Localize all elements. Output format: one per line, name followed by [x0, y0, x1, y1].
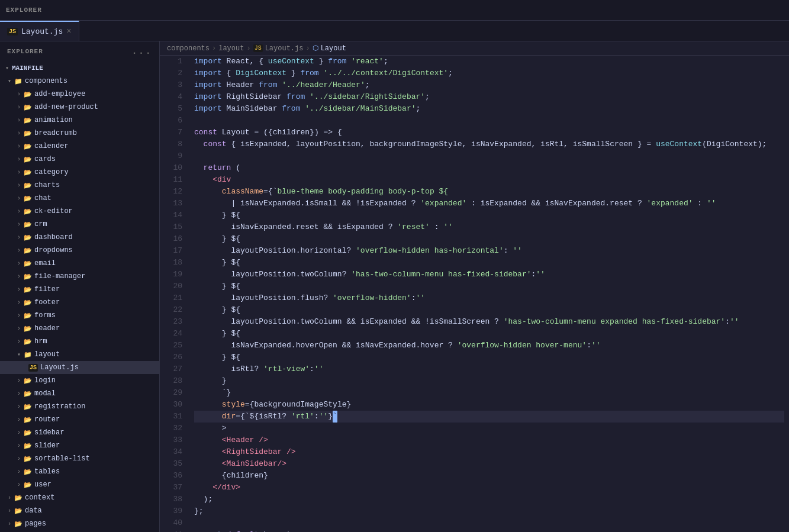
sidebar-item-components[interactable]: ▾ 📁 components	[0, 75, 159, 88]
item-label: crm	[34, 220, 47, 228]
line-number: 6	[167, 115, 182, 127]
sidebar-item-context[interactable]: › 📂 context	[0, 491, 159, 504]
line-number: 33	[167, 434, 182, 446]
sidebar-item-registration[interactable]: › 📂 registration	[0, 400, 159, 413]
editor-area[interactable]: 1234567891011121314151617181920212223242…	[160, 56, 789, 532]
tab-close-icon[interactable]: ×	[66, 27, 71, 36]
item-label: user	[34, 481, 51, 489]
sidebar-item-forms[interactable]: › 📂 forms	[0, 309, 159, 322]
folder-icon: 📂	[24, 260, 32, 267]
sidebar-item-file-manager[interactable]: › 📂 file-manager	[0, 270, 159, 283]
sidebar-item-charts[interactable]: › 📂 charts	[0, 179, 159, 192]
folder-icon: 📁	[24, 351, 32, 359]
sidebar-item-slider[interactable]: › 📂 slider	[0, 439, 159, 452]
line-number: 29	[167, 387, 182, 399]
item-label: sidebar	[34, 428, 64, 437]
folder-icon: 📂	[24, 325, 32, 333]
folder-icon: 📂	[24, 403, 32, 411]
sidebar-item-animation[interactable]: › 📂 animation	[0, 114, 159, 127]
sidebar-item-layout-js[interactable]: JS Layout.js	[0, 361, 159, 374]
folder-icon: 📂	[24, 104, 32, 111]
sidebar-item-ck-editor[interactable]: › 📂 ck-editor	[0, 205, 159, 218]
tab-js-icon: JS	[7, 28, 18, 36]
line-number: 39	[167, 505, 182, 517]
sidebar-item-dropdowns[interactable]: › 📂 dropdowns	[0, 244, 159, 257]
sidebar-item-footer[interactable]: › 📂 footer	[0, 296, 159, 309]
code-line	[194, 150, 784, 162]
sidebar-item-header[interactable]: › 📂 header	[0, 322, 159, 335]
title-bar: EXPLORER	[0, 0, 789, 21]
item-label: pages	[25, 520, 46, 528]
item-label: file-manager	[34, 272, 85, 280]
code-line: </div>	[194, 482, 784, 494]
sidebar-item-email[interactable]: › 📂 email	[0, 257, 159, 270]
item-label: dropdowns	[34, 246, 73, 254]
breadcrumb-layout-js: Layout.js	[265, 44, 304, 53]
sidebar-item-dashboard[interactable]: › 📂 dashboard	[0, 231, 159, 244]
sidebar-item-user[interactable]: › 📂 user	[0, 478, 159, 491]
code-line: import MainSidebar from '../sidebar/Main…	[194, 103, 784, 115]
sidebar-item-crm[interactable]: › 📂 crm	[0, 218, 159, 231]
sidebar-item-chat[interactable]: › 📂 chat	[0, 192, 159, 205]
sidebar-item-add-new-product[interactable]: › 📂 add-new-product	[0, 101, 159, 114]
line-number: 28	[167, 375, 182, 387]
sidebar-item-tables[interactable]: › 📂 tables	[0, 465, 159, 478]
line-number: 21	[167, 292, 182, 304]
line-number: 4	[167, 91, 182, 103]
line-number: 37	[167, 482, 182, 494]
sidebar-item-category[interactable]: › 📂 category	[0, 166, 159, 179]
folder-icon: 📂	[24, 91, 32, 98]
sidebar-item-layout[interactable]: ▾ 📁 layout	[0, 348, 159, 361]
code-line: export default Layout;	[194, 529, 784, 532]
folder-icon: 📂	[24, 143, 32, 150]
sidebar-item-breadcrumb[interactable]: › 📂 breadcrumb	[0, 127, 159, 140]
sidebar-item-sortable-list[interactable]: › 📂 sortable-list	[0, 452, 159, 465]
line-number: 36	[167, 470, 182, 482]
sidebar-item-hrm[interactable]: › 📂 hrm	[0, 335, 159, 348]
sidebar-item-pages[interactable]: › 📂 pages	[0, 517, 159, 530]
breadcrumb: components › layout › JS Layout.js › ⬡ L…	[160, 41, 789, 56]
mainfile-label[interactable]: ▾ MAINFILE	[0, 62, 159, 75]
line-number: 1	[167, 56, 182, 67]
sidebar-item-filter[interactable]: › 📂 filter	[0, 283, 159, 296]
code-line: dir={`${isRtl? 'rtl':''}`	[194, 411, 784, 423]
folder-icon: 📂	[24, 286, 32, 294]
code-line: import React, { useContext } from 'react…	[194, 56, 784, 67]
line-number: 19	[167, 269, 182, 280]
code-line: const Layout = ({children}) => {	[194, 127, 784, 138]
sidebar-dots[interactable]: ...	[131, 46, 152, 57]
sidebar-item-data[interactable]: › 📂 data	[0, 504, 159, 517]
sidebar-item-calender[interactable]: › 📂 calender	[0, 140, 159, 153]
item-label: ck-editor	[34, 207, 73, 215]
tab-layout-js[interactable]: JS Layout.js ×	[0, 21, 79, 41]
sidebar-item-modal[interactable]: › 📂 modal	[0, 387, 159, 400]
code-line: } ${	[194, 352, 784, 363]
folder-icon: 📂	[24, 130, 32, 137]
folder-icon: 📂	[24, 234, 32, 241]
breadcrumb-sep2: ›	[246, 44, 250, 53]
folder-icon: 📂	[24, 247, 32, 254]
item-label: calender	[34, 142, 69, 150]
line-number: 3	[167, 79, 182, 91]
breadcrumb-sep3: ›	[305, 44, 310, 53]
item-label: layout	[34, 350, 60, 359]
line-number: 23	[167, 316, 182, 328]
sidebar-item-cards[interactable]: › 📂 cards	[0, 153, 159, 166]
sidebar-item-sidebar-folder[interactable]: › 📂 sidebar	[0, 426, 159, 439]
sidebar-item-add-employee[interactable]: › 📂 add-employee	[0, 88, 159, 101]
line-number: 11	[167, 174, 182, 186]
line-number: 16	[167, 233, 182, 245]
line-number: 41	[167, 529, 182, 532]
item-label: Layout.js	[40, 363, 79, 372]
line-number: 35	[167, 458, 182, 470]
item-label: category	[34, 168, 69, 176]
code-line: layoutPosition.twoColumn && isExpanded &…	[194, 316, 784, 328]
folder-icon: 📂	[24, 182, 32, 189]
folder-icon: 📂	[14, 494, 22, 502]
sidebar-item-login[interactable]: › 📂 login	[0, 374, 159, 387]
item-label: filter	[34, 285, 60, 294]
line-number: 18	[167, 257, 182, 269]
sidebar-item-router[interactable]: › 📂 router	[0, 413, 159, 426]
line-number: 26	[167, 352, 182, 363]
line-number: 5	[167, 103, 182, 115]
